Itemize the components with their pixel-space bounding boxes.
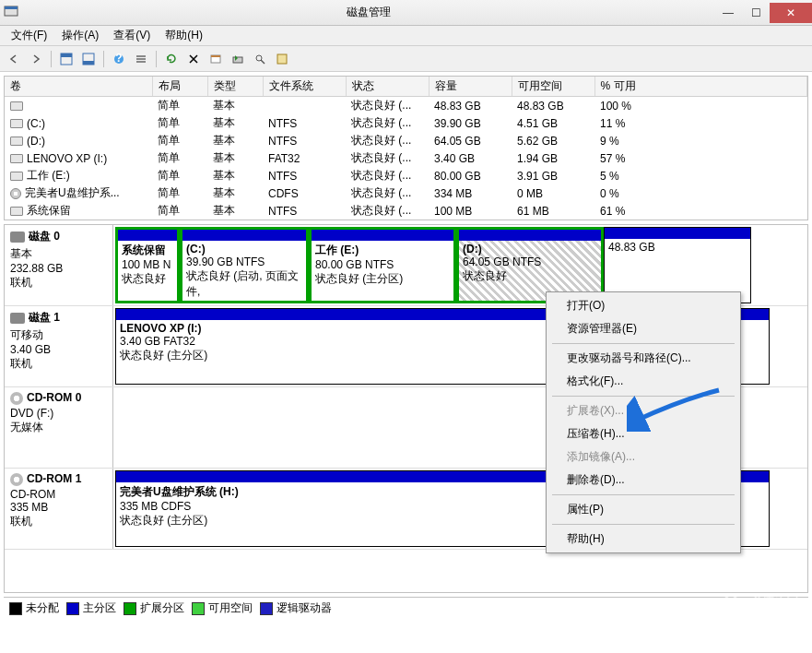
svg-rect-10 (136, 61, 146, 63)
legend-free: 可用空间 (208, 601, 253, 614)
ctx-mirror: 添加镜像(A)... (548, 445, 738, 469)
svg-rect-5 (83, 61, 94, 65)
partition[interactable]: (C:)39.90 GB NTFS状态良好 (启动, 页面文件, (180, 227, 309, 303)
col-free[interactable]: 可用空间 (512, 77, 594, 97)
window-controls: — ☐ ✕ (714, 3, 812, 23)
ctx-change-letter[interactable]: 更改驱动器号和路径(C)... (548, 347, 738, 370)
disk-icon (10, 101, 23, 111)
svg-rect-3 (61, 53, 72, 57)
view-bottom-button[interactable] (78, 49, 99, 69)
ctx-delete[interactable]: 删除卷(D)... (548, 469, 738, 492)
maximize-button[interactable]: ☐ (742, 3, 770, 23)
disk-icon (10, 154, 23, 163)
ctx-extend: 扩展卷(X)... (548, 399, 738, 422)
ctx-props[interactable]: 属性(P) (548, 498, 738, 521)
col-type[interactable]: 类型 (207, 77, 263, 97)
menu-action[interactable]: 操作(A) (56, 26, 104, 45)
cd-icon (10, 473, 23, 486)
menu-bar: 文件(F) 操作(A) 查看(V) 帮助(H) (0, 26, 812, 46)
table-row[interactable]: (C:)简单基本NTFS状态良好 (...39.90 GB4.51 GB11 % (5, 114, 807, 132)
disk-info[interactable]: CD-ROM 0DVD (F:)无媒体 (5, 387, 113, 468)
partition[interactable]: 系统保留100 MB N状态良好 (115, 227, 180, 303)
toolbar: ? (0, 46, 812, 72)
table-row[interactable]: 工作 (E:)简单基本NTFS状态良好 (...80.00 GB3.91 GB5… (5, 167, 807, 184)
svg-rect-12 (211, 55, 220, 57)
menu-view[interactable]: 查看(V) (108, 26, 156, 45)
hdd-icon (10, 232, 25, 243)
disk-info[interactable]: CD-ROM 1CD-ROM335 MB联机 (5, 469, 113, 549)
rescan-button[interactable] (228, 49, 248, 69)
forward-button[interactable] (26, 49, 46, 69)
svg-text:?: ? (115, 53, 122, 65)
legend-extended: 扩展分区 (140, 601, 184, 614)
disk-icon (10, 207, 23, 216)
col-capacity[interactable]: 容量 (429, 77, 512, 97)
ctx-open[interactable]: 打开(O) (548, 294, 738, 317)
legend-primary: 主分区 (83, 601, 116, 614)
close-button[interactable]: ✕ (770, 3, 812, 23)
search-button[interactable] (250, 49, 270, 69)
disk-icon (10, 172, 23, 181)
partition[interactable]: 工作 (E:)80.00 GB NTFS状态良好 (主分区) (309, 227, 456, 303)
svg-line-15 (261, 60, 265, 64)
list-button[interactable] (131, 49, 151, 69)
col-pct[interactable]: % 可用 (594, 77, 807, 97)
refresh-button[interactable] (161, 49, 182, 69)
disk-info[interactable]: 磁盘 1可移动3.40 GB联机 (5, 306, 113, 386)
title-bar: 磁盘管理 — ☐ ✕ (0, 0, 812, 26)
svg-rect-9 (136, 58, 146, 60)
legend-logical: 逻辑驱动器 (277, 601, 332, 614)
help-button[interactable]: ? (109, 49, 129, 69)
minimize-button[interactable]: — (714, 3, 742, 23)
disk-icon (10, 137, 23, 146)
legend-unalloc: 未分配 (26, 601, 59, 614)
table-row[interactable]: 简单基本状态良好 (...48.83 GB48.83 GB100 % (5, 97, 807, 115)
svg-rect-13 (233, 57, 242, 63)
volume-table: 卷 布局 类型 文件系统 状态 容量 可用空间 % 可用 简单基本状态良好 (.… (4, 76, 808, 220)
menu-file[interactable]: 文件(F) (6, 26, 53, 45)
legend-bar: 未分配 主分区 扩展分区 可用空间 逻辑驱动器 (4, 597, 808, 619)
table-row[interactable]: LENOVO XP (I:)简单基本FAT32状态良好 (...3.40 GB1… (5, 149, 807, 167)
ctx-shrink[interactable]: 压缩卷(H)... (548, 422, 738, 445)
svg-rect-16 (277, 54, 287, 64)
col-status[interactable]: 状态 (346, 77, 429, 97)
table-row[interactable]: 系统保留简单基本NTFS状态良好 (...100 MB61 MB61 % (5, 202, 807, 220)
app-icon (4, 4, 22, 22)
properties-button[interactable] (206, 49, 226, 69)
disk-info[interactable]: 磁盘 0基本232.88 GB联机 (5, 225, 113, 305)
view-top-button[interactable] (56, 49, 76, 69)
window-title: 磁盘管理 (22, 5, 714, 20)
cd-icon (10, 188, 21, 199)
table-row[interactable]: 完美者U盘维护系...简单基本CDFS状态良好 (...334 MB0 MB0 … (5, 184, 807, 202)
col-volume[interactable]: 卷 (5, 77, 152, 97)
disk-icon (10, 119, 23, 128)
back-button[interactable] (4, 49, 24, 69)
hdd-icon (10, 313, 25, 324)
context-menu: 打开(O) 资源管理器(E) 更改驱动器号和路径(C)... 格式化(F)...… (546, 291, 741, 553)
delete-button[interactable] (183, 49, 204, 69)
settings-button[interactable] (272, 49, 292, 69)
ctx-format[interactable]: 格式化(F)... (548, 370, 738, 393)
svg-rect-1 (5, 6, 18, 9)
col-fs[interactable]: 文件系统 (263, 77, 346, 97)
ctx-explorer[interactable]: 资源管理器(E) (548, 317, 738, 340)
svg-rect-8 (136, 55, 146, 57)
menu-help[interactable]: 帮助(H) (159, 26, 208, 45)
cd-icon (10, 392, 23, 405)
table-row[interactable]: (D:)简单基本NTFS状态良好 (...64.05 GB5.62 GB9 % (5, 132, 807, 149)
col-layout[interactable]: 布局 (152, 77, 207, 97)
ctx-help[interactable]: 帮助(H) (548, 528, 738, 551)
